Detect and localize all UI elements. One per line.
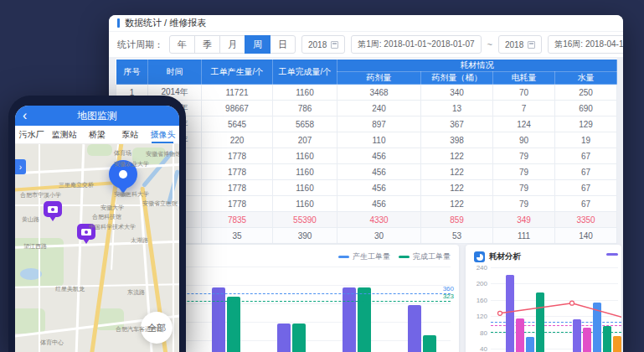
tab-污水厂[interactable]: 污水厂 [15,126,48,143]
cell: 35 [202,228,273,244]
sub-column-header: 水量 [555,72,617,85]
map-label: 安徽省立医院 [142,199,178,208]
phone-mockup: ‹ 地图监测 污水厂监测站桥梁泵站摄像头 [8,96,186,352]
calendar-icon [528,41,535,49]
cell: 90 [493,132,555,148]
y-axis-tick: 200 [467,280,487,287]
report-table-wrap: 序号时间工单产生量/个工单完成量/个耗材情况药剂量药剂量（桶）电耗量水量1201… [116,59,616,244]
start-week-range-value: 第1周: 2018-01-01~2018-01-07 [358,39,474,50]
y-axis-tick: 160 [467,297,487,304]
cell: 859 [421,212,493,228]
period-option-日[interactable]: 日 [270,35,296,54]
period-segmented-control: 年季月周日 [169,35,296,54]
tab-桥梁[interactable]: 桥梁 [80,126,113,143]
sub-column-header: 药剂量 [337,72,421,85]
start-week-range[interactable]: 第1周: 2018-01-01~2018-01-07 [351,35,481,54]
cell: 207 [273,132,337,148]
column-header: 时间 [148,60,202,85]
period-option-季[interactable]: 季 [194,35,220,54]
table-header-row: 序号时间工单产生量/个工单完成量/个耗材情况 [116,60,617,72]
start-year-select[interactable]: 2018 [301,35,345,54]
cell: 19 [555,132,617,148]
cell: 690 [555,101,617,116]
cell: 340 [421,85,493,101]
tab-泵站[interactable]: 泵站 [114,126,147,143]
cell: 250 [555,85,617,101]
period-option-年[interactable]: 年 [169,35,195,54]
cell: 67 [555,196,617,212]
map-label: 体育中心 [40,339,64,347]
bar [593,303,601,352]
period-option-周[interactable]: 周 [245,35,270,54]
cell: 349 [493,212,555,228]
cell: 140 [555,228,617,244]
cell: 79 [493,148,555,164]
calendar-icon [331,41,338,49]
breadcrumb: 数据统计 / 维修报表 [125,17,206,29]
table-row: 22015年98667786240137690 [116,101,617,116]
end-year-select[interactable]: 2018 [498,35,542,54]
table-row: 42017年2202071103989019 [116,132,617,148]
y-axis-tick: 240 [467,264,487,272]
tab-摄像头[interactable]: 摄像头 [147,126,179,143]
map-canvas[interactable]: › 全部 体育场安徽省博物馆安徽农业大学三里庵立交桥合肥市宁溪小学安徽医科大学安… [15,144,179,352]
street [75,144,85,352]
cell: 456 [337,180,421,196]
end-week-range[interactable]: 第16周: 2018-04-16~2018-04-22 [548,35,623,54]
expand-panel-button[interactable]: › [15,159,26,174]
cell: 55390 [273,212,337,228]
cell: 70 [493,85,555,101]
report-table: 序号时间工单产生量/个工单完成量/个耗材情况药剂量药剂量（桶）电耗量水量1201… [116,59,617,244]
cell: 398 [421,132,493,148]
consumables-chart-panel: 耗材分析 2402001601208040 [466,245,621,352]
map-label: 黄山路 [22,215,39,224]
cell: 367 [421,116,493,132]
cell: 1160 [273,164,337,180]
column-header: 工单产生量/个 [202,60,273,85]
table-row: 32016年56455658897367124129 [116,116,617,132]
app-title: 地图监测 [77,109,117,123]
cell: 98667 [202,101,273,116]
cell: 897 [337,116,421,132]
bar [613,336,621,352]
cell: 4330 [337,212,421,228]
table-row: 7第3周177811604561227967 [116,180,617,196]
bar-完成工单量 [227,297,240,352]
cell: 67 [555,148,617,164]
bar [506,275,514,352]
cell: 240 [337,101,421,116]
park-area [87,144,112,156]
park-area [15,308,45,334]
camera-pin[interactable] [44,201,62,217]
consumables-chart-plot: 2402001601208040 [466,245,621,352]
map-label: 合肥汽车客运西站 [116,325,162,334]
street [173,144,174,352]
cell: 1778 [202,148,273,164]
cell: 124 [493,116,555,132]
bar-完成工单量 [358,287,371,352]
breadcrumb-bar: 数据统计 / 维修报表 [109,15,623,32]
table-row: 5第1周177811604561227967 [116,148,617,164]
cell: 122 [421,180,493,196]
tab-监测站[interactable]: 监测站 [48,126,80,143]
bar [536,292,544,352]
dashboard-window: 数据统计 / 维修报表 统计周期： 年季月周日 2018 第1周: 2018-0… [109,15,623,352]
map-label: 安徽大学 [100,204,124,212]
bar [516,318,524,352]
cell: 1778 [202,164,273,180]
cell: 122 [421,196,493,212]
period-label: 统计周期： [117,39,163,51]
back-icon[interactable]: ‹ [23,106,27,125]
period-option-月[interactable]: 月 [219,35,245,54]
start-year-value: 2018 [308,40,327,49]
bar [603,326,611,352]
cell: 3468 [337,85,421,101]
bar-产生工单量 [277,324,291,352]
cell: 456 [337,164,421,180]
cell: 1160 [273,180,337,196]
app-header: ‹ 地图监测 [15,106,179,126]
average-row: 平均值353903053111140 [116,228,617,244]
map-label: 安徽农业大学 [114,160,149,168]
cell: 456 [337,148,421,164]
bar-完成工单量 [292,324,306,352]
